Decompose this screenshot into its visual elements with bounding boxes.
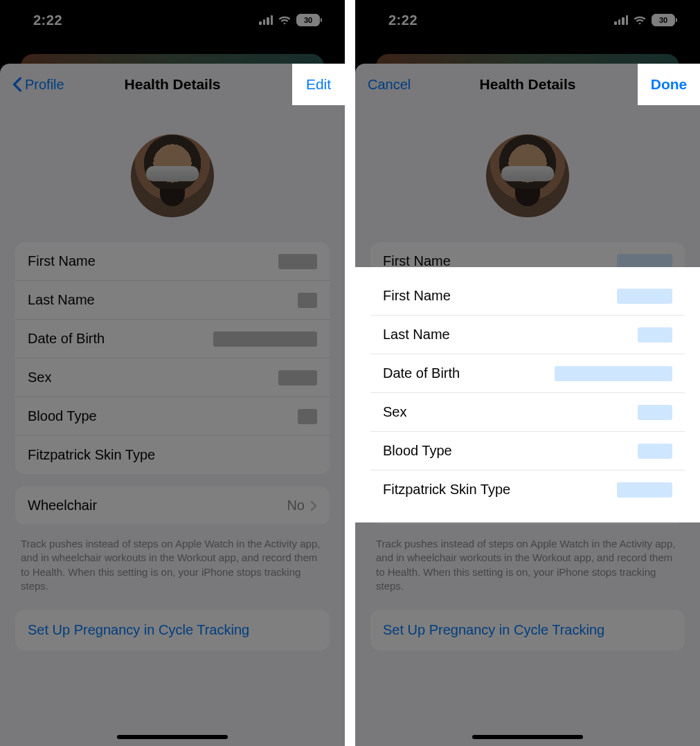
value-last-name-redacted: [638, 293, 672, 308]
label-dob: Date of Birth: [28, 331, 105, 347]
label-sex: Sex: [383, 370, 406, 385]
wheelchair-card: Wheelchair No: [15, 486, 330, 525]
label-skin: Fitzpatrick Skin Type: [383, 447, 510, 463]
done-button[interactable]: Done: [653, 77, 688, 93]
wheelchair-card: Wheelchair No: [370, 486, 685, 525]
value-dob-redacted: [213, 331, 317, 347]
nav-bar: Profile Health Details Edit: [0, 64, 345, 105]
pregnancy-link[interactable]: Set Up Pregnancy in Cycle Tracking: [370, 610, 685, 651]
status-bar: 2:22 30: [355, 0, 700, 40]
value-blood-redacted: [298, 409, 317, 424]
value-first-name-redacted: [278, 254, 317, 269]
label-first-name: First Name: [28, 253, 96, 269]
label-wheelchair: Wheelchair: [383, 498, 452, 513]
row-first-name[interactable]: First Name: [370, 242, 685, 281]
label-blood: Blood Type: [28, 408, 97, 424]
row-wheelchair[interactable]: Wheelchair No: [15, 486, 330, 525]
avatar[interactable]: [131, 134, 214, 217]
pregnancy-label: Set Up Pregnancy in Cycle Tracking: [383, 622, 604, 637]
back-button[interactable]: Profile: [12, 77, 64, 93]
value-blood-redacted: [638, 409, 672, 424]
pregnancy-link[interactable]: Set Up Pregnancy in Cycle Tracking: [15, 610, 330, 651]
back-label: Profile: [25, 77, 64, 93]
sheet: Profile Health Details Edit First Name L…: [0, 64, 345, 746]
cellular-icon: [259, 15, 273, 25]
chevron-left-icon: [12, 77, 22, 92]
spacer: [345, 0, 355, 746]
done-label: Done: [653, 77, 688, 93]
value-last-name-redacted: [298, 293, 317, 308]
row-sex[interactable]: Sex: [15, 358, 330, 397]
value-first-name-redacted: [617, 254, 672, 269]
battery-level: 30: [659, 16, 667, 24]
row-sex[interactable]: Sex: [370, 358, 685, 397]
details-card: First Name Last Name Date of Birth Sex B…: [15, 242, 330, 474]
wifi-icon: [633, 15, 647, 25]
label-skin: Fitzpatrick Skin Type: [28, 447, 155, 463]
row-first-name[interactable]: First Name: [15, 242, 330, 281]
label-last-name: Last Name: [28, 292, 95, 308]
edit-label: Edit: [309, 77, 332, 93]
cancel-button[interactable]: Cancel: [368, 77, 411, 93]
cancel-label: Cancel: [368, 77, 411, 93]
battery-level: 30: [304, 16, 312, 24]
row-blood[interactable]: Blood Type: [370, 397, 685, 436]
pregnancy-label: Set Up Pregnancy in Cycle Tracking: [28, 622, 249, 637]
home-indicator[interactable]: [117, 735, 228, 739]
status-icons: 30: [614, 14, 675, 26]
nav-bar: Cancel Health Details Done: [355, 64, 700, 105]
wheelchair-note: Track pushes instead of steps on Apple W…: [376, 537, 679, 593]
sheet: Cancel Health Details Done First Name La…: [355, 64, 700, 746]
value-sex-redacted: [638, 370, 672, 385]
row-last-name[interactable]: Last Name: [370, 281, 685, 320]
status-icons: 30: [259, 14, 320, 26]
avatar-section: [355, 105, 700, 230]
label-dob: Date of Birth: [383, 331, 460, 347]
wheelchair-note: Track pushes instead of steps on Apple W…: [21, 537, 324, 593]
home-indicator[interactable]: [472, 735, 583, 739]
details-card: First Name Last Name Date of Birth Sex B…: [370, 242, 685, 474]
avatar[interactable]: [486, 134, 569, 217]
wifi-icon: [278, 15, 291, 25]
label-blood: Blood Type: [383, 408, 452, 424]
value-dob-redacted: [555, 331, 672, 347]
status-time: 2:22: [33, 12, 62, 28]
label-sex: Sex: [28, 370, 51, 385]
value-sex-redacted: [278, 370, 317, 385]
status-bar: 2:22 30: [0, 0, 345, 40]
label-wheelchair: Wheelchair: [28, 498, 97, 513]
battery-icon: 30: [652, 14, 675, 26]
value-skin-redacted: [617, 448, 672, 463]
battery-icon: 30: [296, 14, 320, 26]
edit-button[interactable]: Edit: [309, 77, 332, 93]
label-first-name: First Name: [383, 253, 451, 269]
cellular-icon: [614, 15, 628, 25]
row-wheelchair[interactable]: Wheelchair No: [370, 486, 685, 525]
row-skin[interactable]: Fitzpatrick Skin Type: [370, 436, 685, 474]
row-skin[interactable]: Fitzpatrick Skin Type: [15, 436, 330, 474]
avatar-section: [0, 105, 345, 230]
row-dob[interactable]: Date of Birth: [15, 320, 330, 358]
phone-left: 2:22 30 Profile Health Details: [0, 0, 345, 746]
row-blood[interactable]: Blood Type: [15, 397, 330, 436]
phone-right: 2:22 30 Cancel Health Details Done: [355, 0, 700, 746]
value-wheelchair: No: [287, 498, 305, 513]
value-wheelchair: No: [654, 498, 672, 513]
row-last-name[interactable]: Last Name: [15, 281, 330, 320]
row-dob[interactable]: Date of Birth: [370, 320, 685, 358]
label-last-name: Last Name: [383, 292, 450, 308]
status-time: 2:22: [388, 12, 418, 28]
chevron-right-icon: [310, 500, 317, 511]
